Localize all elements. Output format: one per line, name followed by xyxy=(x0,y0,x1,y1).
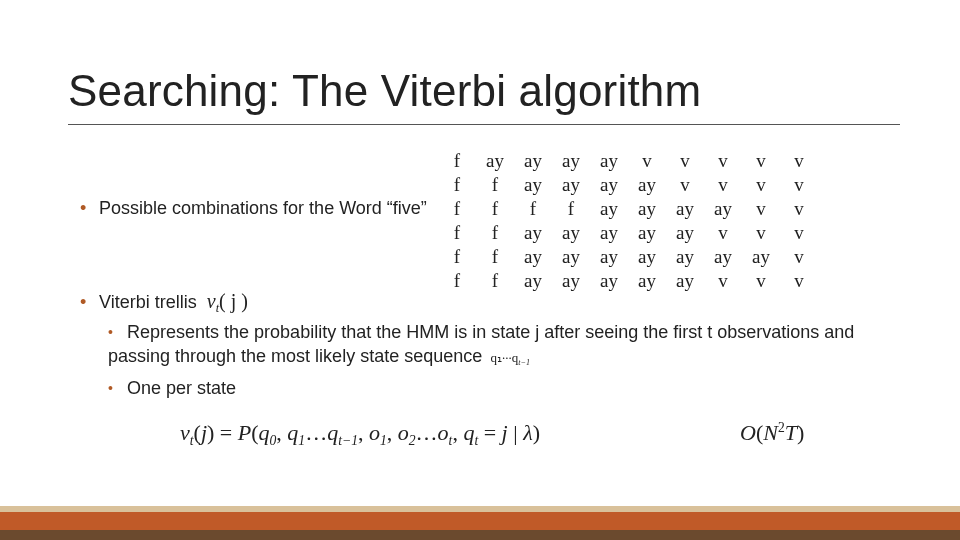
math-sym: v xyxy=(207,290,216,312)
table-cell: ay xyxy=(666,246,704,270)
title-rule xyxy=(68,124,900,125)
table-cell: ay xyxy=(514,246,552,270)
table-cell: ay xyxy=(590,246,628,270)
table-row: fayayayayvvvvv xyxy=(438,150,818,174)
combinations-table: fayayayayvvvvvffayayayayvvvvffffayayayay… xyxy=(438,150,818,294)
table-cell: f xyxy=(438,270,476,294)
table-cell: ay xyxy=(590,222,628,246)
bullet-text: Represents the probability that the HMM … xyxy=(108,322,854,366)
band-orange xyxy=(0,512,960,530)
equation-main: vt(j) = P(q0, q1…qt−1, o1, o2…ot, qt = j… xyxy=(180,420,540,449)
table-cell: f xyxy=(438,222,476,246)
table-cell: ay xyxy=(628,246,666,270)
footer-band xyxy=(0,506,960,540)
bullet-dot-icon: • xyxy=(80,292,94,313)
table-cell: v xyxy=(780,222,818,246)
table-cell: ay xyxy=(704,246,742,270)
bullet-text: One per state xyxy=(127,378,236,398)
table-cell: f xyxy=(476,198,514,222)
bullet-dot-icon: • xyxy=(80,198,94,219)
math-arg: ( j ) xyxy=(219,290,248,312)
table-cell: v xyxy=(704,150,742,174)
table-cell: ay xyxy=(476,150,514,174)
table-row: ffayayayayvvvv xyxy=(438,174,818,198)
table-cell: v xyxy=(780,174,818,198)
table-cell: f xyxy=(552,198,590,222)
bullet-text: Possible combinations for the Word “five… xyxy=(99,198,427,218)
table-cell: ay xyxy=(514,150,552,174)
table-cell: v xyxy=(780,246,818,270)
table-cell: ay xyxy=(514,174,552,198)
bullet-description: • Represents the probability that the HM… xyxy=(108,320,920,369)
table-cell: ay xyxy=(552,174,590,198)
table-cell: ay xyxy=(666,198,704,222)
slide: Searching: The Viterbi algorithm fayayay… xyxy=(0,0,960,540)
table-cell: v xyxy=(666,174,704,198)
table-cell: ay xyxy=(704,198,742,222)
table-cell: ay xyxy=(552,270,590,294)
table-cell: f xyxy=(438,150,476,174)
table-cell: v xyxy=(742,150,780,174)
table-cell: ay xyxy=(552,246,590,270)
table-row: ffffayayayayvv xyxy=(438,198,818,222)
table-cell: ay xyxy=(628,174,666,198)
table-cell: ay xyxy=(666,222,704,246)
table-cell: ay xyxy=(628,198,666,222)
table-cell: ay xyxy=(514,222,552,246)
table-cell: ay xyxy=(742,246,780,270)
table-cell: ay xyxy=(590,270,628,294)
math-vtj: vt( j ) xyxy=(202,290,248,312)
table-cell: v xyxy=(704,222,742,246)
table-cell: v xyxy=(780,150,818,174)
bullet-dot-icon: • xyxy=(108,380,122,396)
table-cell: f xyxy=(476,270,514,294)
table-cell: f xyxy=(476,246,514,270)
title-block: Searching: The Viterbi algorithm xyxy=(68,66,900,133)
table-cell: f xyxy=(514,198,552,222)
table-cell: ay xyxy=(590,174,628,198)
table-row: ffayayayayayvvv xyxy=(438,222,818,246)
table-cell: v xyxy=(704,174,742,198)
table-cell: v xyxy=(742,198,780,222)
bullet-dot-icon: • xyxy=(108,323,122,342)
table-cell: v xyxy=(742,174,780,198)
table-row: ffayayayayayayayv xyxy=(438,246,818,270)
table-cell: f xyxy=(438,198,476,222)
bullet-one-per-state: • One per state xyxy=(108,378,236,399)
equation-bigO: O(N2T) xyxy=(740,420,804,446)
band-brown xyxy=(0,530,960,540)
table-cell: f xyxy=(476,222,514,246)
table-cell: v xyxy=(704,270,742,294)
table-row: ffayayayayayvvv xyxy=(438,270,818,294)
table-cell: ay xyxy=(590,198,628,222)
bullet-possible-combinations: • Possible combinations for the Word “fi… xyxy=(80,198,427,219)
table-cell: v xyxy=(742,270,780,294)
table-cell: v xyxy=(780,270,818,294)
math-sym: q₁···q xyxy=(491,350,519,365)
table-cell: ay xyxy=(666,270,704,294)
table-cell: v xyxy=(742,222,780,246)
table-cell: ay xyxy=(552,150,590,174)
equation-row: vt(j) = P(q0, q1…qt−1, o1, o2…ot, qt = j… xyxy=(180,420,900,449)
math-qseq: q₁···qt−1 xyxy=(487,350,530,365)
table-cell: ay xyxy=(628,270,666,294)
table-cell: f xyxy=(438,246,476,270)
table-cell: v xyxy=(666,150,704,174)
table-cell: f xyxy=(438,174,476,198)
table-cell: ay xyxy=(514,270,552,294)
table-cell: ay xyxy=(628,222,666,246)
bullet-text: Viterbi trellis xyxy=(99,292,197,312)
bullet-viterbi-trellis: • Viterbi trellis vt( j ) xyxy=(80,290,248,316)
slide-title: Searching: The Viterbi algorithm xyxy=(68,66,900,116)
table-cell: f xyxy=(476,174,514,198)
table-cell: v xyxy=(628,150,666,174)
table-cell: ay xyxy=(590,150,628,174)
table-cell: v xyxy=(780,198,818,222)
table-cell: ay xyxy=(552,222,590,246)
math-sub: t−1 xyxy=(518,358,530,367)
